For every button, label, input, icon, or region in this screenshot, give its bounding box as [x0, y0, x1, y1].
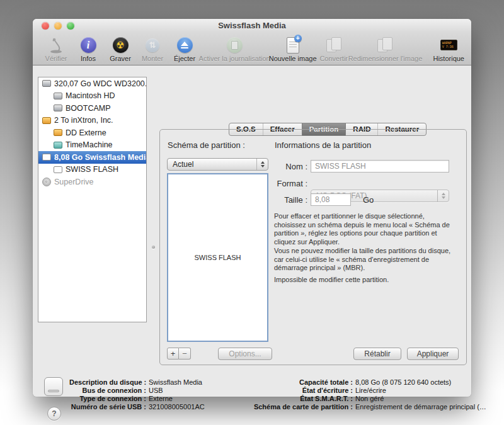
- name-label: Nom :: [255, 162, 307, 171]
- info-row: Capacité totale :8,08 Go (8 075 120 640 …: [233, 378, 486, 387]
- options-button[interactable]: Options...: [218, 348, 272, 360]
- size-field[interactable]: [311, 193, 351, 206]
- sidebar-item-dd-externe[interactable]: DD Externe: [38, 127, 146, 139]
- enable-journaling-button[interactable]: Activer la journalisation: [206, 37, 263, 62]
- size-label: Taille :: [255, 195, 307, 205]
- eject-button[interactable]: Éjecter: [174, 37, 195, 62]
- apply-button[interactable]: Appliquer: [407, 348, 459, 360]
- internal-drive-icon: [42, 80, 51, 87]
- revert-button[interactable]: Rétablir: [353, 348, 401, 360]
- add-partition-button[interactable]: +: [167, 348, 179, 360]
- usb-volume-icon: [54, 166, 62, 173]
- plus-badge-icon: +: [294, 35, 302, 42]
- resize-image-icon: [377, 37, 393, 53]
- size-unit: Go: [363, 195, 374, 205]
- info-row: Type de connexion :Externe: [69, 395, 205, 403]
- info-row: Bus de connexion :USB: [69, 387, 205, 395]
- disk-utility-window: Swissflash Media Vérifier i Infos: [33, 19, 471, 397]
- microscope-icon: [49, 37, 64, 54]
- info-row: Schéma de carte de partition :Enregistre…: [233, 403, 486, 411]
- sidebar-item-swissflash-media[interactable]: 8,08 Go Swissflash Media: [38, 151, 146, 164]
- history-button[interactable]: WARNP V 7:36 Historique: [436, 37, 461, 62]
- help-paragraph-3: Impossible de modifier cette partition.: [274, 276, 453, 285]
- eject-icon: [177, 37, 193, 53]
- remove-partition-button[interactable]: −: [179, 348, 191, 360]
- usb-drive-icon: [42, 154, 51, 161]
- convert-button[interactable]: Convertir: [323, 37, 345, 62]
- info-button[interactable]: i Infos: [77, 37, 99, 62]
- splitter-handle[interactable]: [152, 246, 155, 249]
- help-paragraph-2: Vous ne pouvez modifier la taille des pa…: [274, 247, 453, 273]
- optical-drive-icon: [42, 178, 51, 186]
- partition-map[interactable]: SWISS FLASH: [167, 173, 268, 342]
- new-image-icon: +: [287, 37, 299, 54]
- info-row: Description du disque :Swissflash Media: [69, 378, 205, 387]
- info-row: État S.M.A.R.T. :Non géré: [233, 395, 486, 403]
- info-icon: i: [81, 37, 96, 53]
- sidebar-item-swiss-flash[interactable]: SWISS FLASH: [38, 164, 146, 176]
- verify-button[interactable]: Vérifier: [45, 37, 67, 62]
- sidebar-item-timemachine[interactable]: TimeMachine: [38, 139, 146, 152]
- sidebar-item-inxtron-disk[interactable]: 2 To inXtron, Inc.: [38, 115, 146, 127]
- disk-info-right: Capacité totale :8,08 Go (8 075 120 640 …: [233, 378, 486, 411]
- scheme-heading: Schéma de partition :: [168, 140, 245, 150]
- volume-icon: [54, 105, 62, 111]
- sidebar-item-bootcamp[interactable]: BOOTCAMP: [38, 102, 146, 115]
- help-paragraph-1: Pour effacer et partitionner le disque s…: [274, 212, 453, 246]
- journaling-icon: [227, 37, 243, 53]
- convert-icon: [326, 37, 342, 53]
- sidebar-item-wdc-disk[interactable]: 320,07 Go WDC WD3200...: [38, 77, 146, 90]
- resize-image-button[interactable]: Redimensionner l'image: [356, 37, 415, 62]
- history-icon: WARNP V 7:36: [440, 40, 457, 50]
- new-image-button[interactable]: + Nouvelle image: [273, 37, 312, 62]
- name-field[interactable]: [311, 160, 449, 173]
- toolbar: Vérifier i Infos ☢ Graver ⇅ Monter Éject…: [33, 32, 471, 65]
- volume-icon: [54, 93, 62, 99]
- title-bar: Swissflash Media: [33, 19, 471, 32]
- popup-arrows-icon: [437, 190, 449, 201]
- external-drive-icon: [42, 117, 51, 124]
- mount-button[interactable]: ⇅ Monter: [142, 37, 163, 62]
- scheme-popup[interactable]: Actuel: [167, 158, 268, 171]
- sidebar-item-macintosh-hd[interactable]: Macintosh HD: [38, 90, 146, 103]
- disk-info-left: Description du disque :Swissflash Media …: [69, 378, 205, 411]
- content-area: 320,07 Go WDC WD3200... Macintosh HD BOO…: [33, 66, 471, 397]
- partition-info-heading: Informations de la partition: [275, 140, 371, 150]
- window-title: Swissflash Media: [33, 21, 471, 30]
- help-button[interactable]: ?: [47, 407, 61, 421]
- disk-icon: [44, 377, 63, 396]
- info-row: Numéro de série USB :321008005001AC: [69, 403, 205, 411]
- format-label: Format :: [255, 179, 307, 188]
- mount-icon: ⇅: [146, 38, 159, 52]
- info-row: État d'écriture :Lire/écrire: [233, 387, 486, 395]
- partition-panel: Schéma de partition : Actuel SWISS FLASH…: [159, 129, 467, 365]
- partition-add-remove-group: + −: [167, 348, 191, 360]
- partition-map-label: SWISS FLASH: [195, 254, 241, 261]
- burn-button[interactable]: ☢ Graver: [110, 37, 131, 62]
- timemachine-volume-icon: [54, 142, 62, 149]
- external-volume-icon: [54, 129, 62, 136]
- device-sidebar: 320,07 Go WDC WD3200... Macintosh HD BOO…: [38, 77, 147, 322]
- sidebar-item-superdrive[interactable]: SuperDrive: [38, 176, 146, 188]
- burn-icon: ☢: [113, 37, 129, 53]
